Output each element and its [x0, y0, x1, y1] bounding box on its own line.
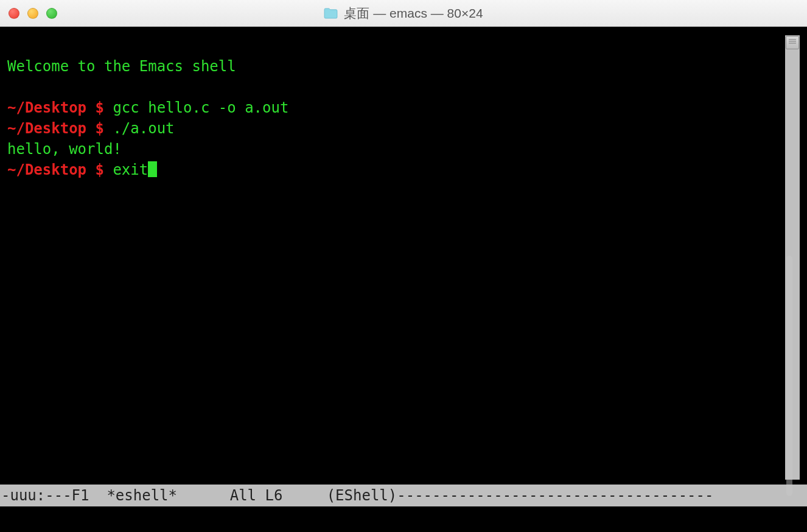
- shell-prompt: ~/Desktop $: [7, 99, 113, 116]
- shell-prompt: ~/Desktop $: [7, 161, 113, 178]
- mac-overlay-scrollbar[interactable]: [786, 256, 792, 496]
- command-text: ./a.out: [113, 120, 174, 137]
- maximize-button[interactable]: [46, 8, 57, 19]
- command-output: hello, world!: [7, 141, 122, 158]
- text-cursor: [148, 161, 157, 177]
- terminal-window: 桌面 — emacs — 80×24 Welcome to the Emacs …: [0, 0, 807, 532]
- shell-prompt: ~/Desktop $: [7, 120, 113, 137]
- window-title: 桌面 — emacs — 80×24: [7, 5, 800, 22]
- minimize-button[interactable]: [27, 8, 38, 19]
- emacs-modeline: -uuu:---F1 *eshell* All L6 (EShell)-----…: [0, 485, 807, 506]
- modeline-position: All L6: [230, 487, 283, 504]
- terminal-body[interactable]: Welcome to the Emacs shell ~/Desktop $ g…: [0, 27, 807, 485]
- welcome-text: Welcome to the Emacs shell: [7, 58, 236, 75]
- close-button[interactable]: [9, 8, 19, 19]
- folder-icon: [324, 7, 338, 19]
- window-title-text: 桌面 — emacs — 80×24: [344, 5, 483, 22]
- modeline-dashes: ------------------------------------: [397, 487, 713, 504]
- emacs-minibuffer[interactable]: [0, 506, 807, 532]
- window-controls: [9, 8, 57, 19]
- window-titlebar: 桌面 — emacs — 80×24: [0, 0, 807, 27]
- modeline-left: -uuu:---F1: [1, 487, 89, 504]
- modeline-buffer: *eshell*: [107, 487, 177, 504]
- command-text: exit: [113, 161, 148, 178]
- scrollbar-handle[interactable]: [786, 36, 799, 49]
- command-text: gcc hello.c -o a.out: [113, 99, 288, 116]
- terminal-content[interactable]: Welcome to the Emacs shell ~/Desktop $ g…: [7, 35, 785, 480]
- modeline-mode: (EShell): [327, 487, 397, 504]
